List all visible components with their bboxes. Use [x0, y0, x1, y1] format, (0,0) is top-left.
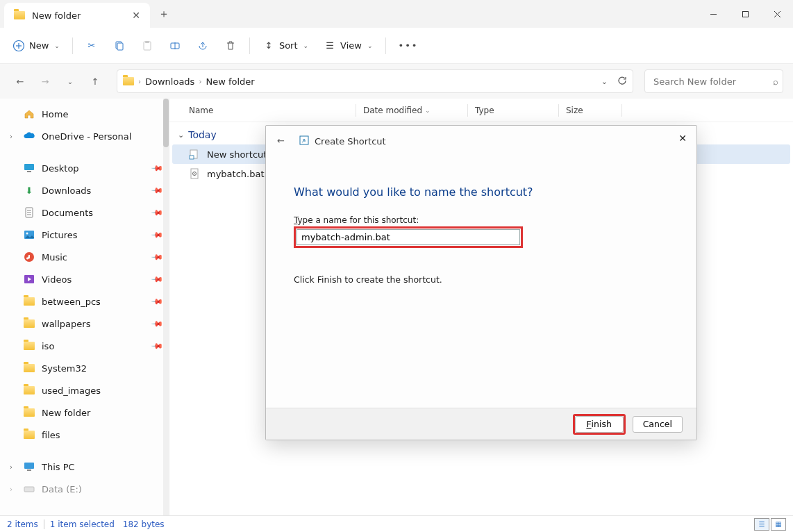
- folder-icon: [24, 318, 35, 329]
- close-button[interactable]: [761, 0, 793, 28]
- sidebar-music[interactable]: Music📌: [0, 246, 169, 268]
- pin-icon: 📌: [150, 272, 163, 285]
- tab-title: New folder: [32, 10, 81, 21]
- crumb-newfolder[interactable]: New folder: [206, 76, 254, 87]
- tab-close-icon[interactable]: ✕: [132, 10, 140, 21]
- cut-icon: ✂: [85, 40, 98, 52]
- dialog-back-button[interactable]: ←: [277, 135, 285, 146]
- navigation-row: ← → ⌄ ↑ › Downloads › New folder ⌄ ⌕: [0, 64, 793, 99]
- group-label: Today: [188, 129, 217, 140]
- col-name[interactable]: Name: [189, 106, 356, 115]
- new-tab-button[interactable]: ＋: [150, 0, 178, 28]
- more-button[interactable]: •••: [392, 33, 426, 58]
- svg-rect-14: [27, 171, 31, 172]
- music-icon: [24, 251, 35, 263]
- sidebar-label: files: [42, 430, 60, 440]
- details-view-button[interactable]: ☰: [754, 518, 769, 531]
- titlebar-drag-region[interactable]: [178, 0, 697, 28]
- sidebar-data-e[interactable]: ›Data (E:): [0, 478, 169, 500]
- maximize-button[interactable]: [729, 0, 761, 28]
- pc-icon: [24, 461, 35, 472]
- sidebar-label: This PC: [42, 462, 75, 472]
- new-button[interactable]: New ⌄: [6, 33, 67, 58]
- chevron-down-icon: ⌄: [367, 42, 373, 49]
- minimize-button[interactable]: [697, 0, 729, 28]
- sidebar-downloads[interactable]: ⬇Downloads📌: [0, 179, 169, 201]
- dialog-help-text: Click Finish to create the shortcut.: [294, 274, 669, 285]
- window-controls: [697, 0, 793, 28]
- recent-button[interactable]: ⌄: [60, 71, 81, 92]
- chevron-down-icon: ⌄: [303, 42, 309, 49]
- col-type[interactable]: Type: [475, 106, 558, 115]
- sort-icon: ↕: [262, 40, 275, 52]
- file-name: New shortcut: [207, 149, 267, 160]
- back-button[interactable]: ←: [10, 71, 31, 92]
- col-label: Name: [189, 106, 213, 115]
- sidebar-system32[interactable]: System32: [0, 357, 169, 379]
- col-date[interactable]: Date modified⌄: [363, 106, 467, 115]
- sidebar-home[interactable]: Home: [0, 103, 169, 125]
- cut-button[interactable]: ✂: [78, 33, 105, 58]
- delete-button[interactable]: [217, 33, 244, 58]
- search-box[interactable]: ⌕: [644, 69, 783, 93]
- finish-button[interactable]: Finish: [575, 416, 624, 433]
- up-button[interactable]: ↑: [85, 71, 106, 92]
- folder-icon: [24, 340, 35, 351]
- sidebar-files[interactable]: files: [0, 424, 169, 446]
- svg-rect-1: [742, 11, 748, 17]
- sidebar-label: Desktop: [42, 163, 79, 174]
- status-bar: 2 items 1 item selected 182 bytes ☰ ▦: [0, 515, 793, 532]
- expand-icon[interactable]: ›: [10, 485, 12, 493]
- dialog-close-button[interactable]: ✕: [678, 133, 687, 144]
- sort-button[interactable]: ↕ Sort ⌄: [256, 33, 315, 58]
- sidebar-pictures[interactable]: Pictures📌: [0, 224, 169, 246]
- search-input[interactable]: [652, 76, 773, 88]
- sidebar-iso[interactable]: iso📌: [0, 335, 169, 357]
- pin-icon: 📌: [150, 317, 163, 330]
- copy-icon: [113, 40, 126, 52]
- desktop-icon: [24, 163, 35, 174]
- chevron-down-icon: ⌄: [178, 131, 184, 140]
- folder-icon: [123, 76, 134, 87]
- sidebar-between-pcs[interactable]: between_pcs📌: [0, 290, 169, 313]
- sidebar-videos[interactable]: Videos📌: [0, 268, 169, 290]
- dialog-footer: Finish Cancel: [266, 408, 696, 440]
- sidebar-label: Data (E:): [42, 484, 82, 494]
- sidebar-new-folder[interactable]: New folder: [0, 401, 169, 424]
- sidebar-label: Videos: [42, 274, 72, 285]
- refresh-button[interactable]: [617, 76, 627, 88]
- shortcut-icon: [299, 135, 309, 147]
- pin-icon: 📌: [150, 294, 163, 308]
- folder-icon: [24, 385, 35, 396]
- crumb-downloads[interactable]: Downloads: [145, 76, 194, 87]
- copy-button[interactable]: [106, 33, 133, 58]
- address-bar[interactable]: › Downloads › New folder ⌄: [117, 69, 633, 93]
- svg-rect-10: [145, 41, 149, 43]
- expand-icon[interactable]: ›: [10, 463, 12, 471]
- sidebar-this-pc[interactable]: ›This PC: [0, 456, 169, 478]
- thumbnails-view-button[interactable]: ▦: [771, 518, 786, 531]
- expand-icon[interactable]: ›: [10, 133, 12, 140]
- cancel-button[interactable]: Cancel: [633, 416, 683, 433]
- chevron-down-icon[interactable]: ⌄: [601, 77, 608, 86]
- share-button[interactable]: [190, 33, 216, 58]
- view-icon: ☰: [324, 40, 336, 52]
- view-button[interactable]: ☰ View ⌄: [317, 33, 379, 58]
- svg-rect-23: [24, 463, 34, 469]
- window-tab[interactable]: New folder ✕: [4, 3, 150, 28]
- column-headers: Name Date modified⌄ Type Size: [169, 99, 793, 122]
- videos-icon: [24, 274, 35, 285]
- sort-label: Sort: [279, 40, 298, 51]
- sidebar-desktop[interactable]: Desktop📌: [0, 157, 169, 179]
- shortcut-name-input[interactable]: [297, 229, 520, 245]
- sidebar-used-images[interactable]: used_images: [0, 379, 169, 401]
- status-count: 2 items: [7, 519, 38, 529]
- sidebar-onedrive[interactable]: › OneDrive - Personal: [0, 125, 169, 147]
- forward-button[interactable]: →: [35, 71, 56, 92]
- paste-button[interactable]: [134, 33, 160, 58]
- sidebar-documents[interactable]: Documents📌: [0, 201, 169, 224]
- sidebar-wallpapers[interactable]: wallpapers📌: [0, 313, 169, 335]
- col-size[interactable]: Size: [566, 106, 621, 115]
- pin-icon: 📌: [150, 161, 163, 174]
- rename-button[interactable]: [162, 33, 188, 58]
